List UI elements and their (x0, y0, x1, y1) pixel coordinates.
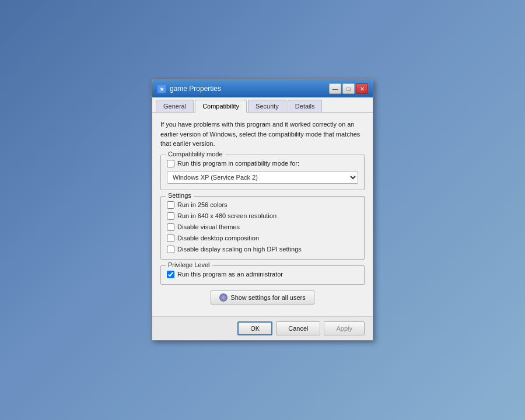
title-bar: ★ game Properties — □ ✕ (152, 80, 373, 97)
admin-checkbox-row: Run this program as an administrator (167, 271, 358, 278)
cancel-button[interactable]: Cancel (276, 321, 320, 335)
setting-row-0: Run in 256 colors (167, 201, 358, 209)
setting-checkbox-4[interactable] (167, 246, 174, 253)
tab-content: If you have problems with this program a… (152, 113, 373, 316)
settings-group: Settings Run in 256 colors Run in 640 x … (160, 196, 365, 260)
setting-checkbox-2[interactable] (167, 223, 174, 231)
setting-label-4: Disable display scaling on high DPI sett… (177, 246, 302, 253)
setting-row-4: Disable display scaling on high DPI sett… (167, 246, 358, 253)
tab-details[interactable]: Details (288, 100, 323, 112)
compatibility-checkbox[interactable] (167, 160, 174, 167)
compatibility-checkbox-row: Run this program in compatibility mode f… (167, 160, 358, 167)
tab-compatibility[interactable]: Compatibility (195, 100, 247, 113)
window-icon: ★ (157, 84, 166, 93)
show-settings-button[interactable]: Show settings for all users (211, 290, 314, 304)
settings-icon (219, 293, 228, 302)
show-settings-label: Show settings for all users (230, 294, 305, 301)
setting-label-1: Run in 640 x 480 screen resolution (177, 212, 276, 219)
setting-label-2: Disable visual themes (177, 223, 240, 230)
tab-security[interactable]: Security (248, 100, 286, 112)
dialog-footer: OK Cancel Apply (152, 316, 373, 340)
ok-button[interactable]: OK (237, 321, 272, 335)
title-buttons: — □ ✕ (329, 83, 368, 94)
privilege-level-label: Privilege Level (166, 261, 212, 268)
admin-checkbox[interactable] (167, 271, 174, 278)
admin-checkbox-label: Run this program as an administrator (177, 271, 283, 278)
setting-checkbox-1[interactable] (167, 212, 174, 220)
window-title: game Properties (170, 85, 221, 93)
intro-text: If you have problems with this program a… (160, 120, 365, 149)
os-dropdown[interactable]: Windows XP (Service Pack 2) Windows XP (… (167, 171, 358, 184)
setting-checkbox-0[interactable] (167, 201, 174, 209)
setting-checkbox-3[interactable] (167, 235, 174, 242)
title-bar-left: ★ game Properties (157, 84, 221, 93)
setting-row-2: Disable visual themes (167, 223, 358, 231)
close-button[interactable]: ✕ (356, 83, 368, 94)
show-settings-container: Show settings for all users (160, 290, 365, 304)
setting-label-0: Run in 256 colors (177, 201, 228, 208)
privilege-level-group: Privilege Level Run this program as an a… (160, 265, 365, 285)
setting-row-1: Run in 640 x 480 screen resolution (167, 212, 358, 220)
apply-button[interactable]: Apply (324, 321, 365, 335)
settings-group-label: Settings (166, 192, 194, 199)
compatibility-checkbox-label: Run this program in compatibility mode f… (177, 160, 299, 167)
tab-general[interactable]: General (156, 100, 194, 112)
compatibility-mode-label: Compatibility mode (166, 150, 225, 158)
minimize-button[interactable]: — (329, 83, 341, 94)
tab-bar: General Compatibility Security Details (152, 97, 373, 113)
maximize-button[interactable]: □ (342, 83, 355, 94)
os-dropdown-row: Windows XP (Service Pack 2) Windows XP (… (167, 171, 358, 184)
setting-label-3: Disable desktop composition (177, 235, 259, 242)
compatibility-mode-group: Compatibility mode Run this program in c… (160, 155, 365, 190)
properties-dialog: ★ game Properties — □ ✕ General Compatib… (152, 79, 373, 341)
setting-row-3: Disable desktop composition (167, 235, 358, 242)
